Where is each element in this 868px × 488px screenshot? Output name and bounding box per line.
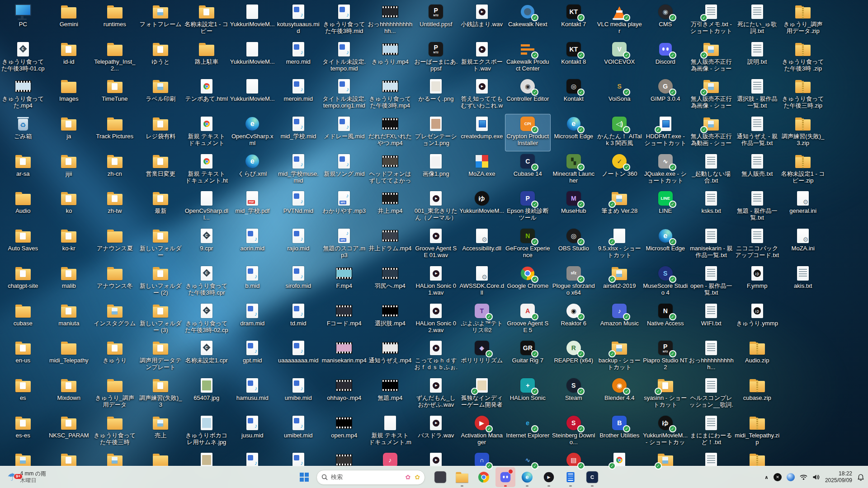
desktop-icon[interactable]: ✓無人販売不正行為画像 - ショートカッ...	[689, 39, 735, 77]
desktop-icon[interactable]: maniuta	[46, 301, 92, 338]
desktop-icon[interactable]: +✓HALion Sonic	[505, 375, 551, 413]
desktop-icon[interactable]: A✓Groove Agent SE 5	[505, 301, 551, 338]
desktop-icon[interactable]: ja	[46, 114, 92, 151]
desktop-icon[interactable]: きゅうり食ってた午後3時-02.cpr	[184, 301, 230, 338]
desktop-icon[interactable]: aorin.mid	[230, 226, 276, 263]
desktop-icon[interactable]: YukkuriMovieM...	[230, 76, 276, 114]
desktop-icon[interactable]: kotusytuaaus.mid	[275, 2, 321, 39]
weather-widget[interactable]: ☂ 9+ 4 mm の雨 木曜日	[3, 466, 51, 488]
desktop-icon[interactable]: YukkuriMovieM...	[230, 2, 276, 39]
desktop-icon[interactable]: ar-sa	[0, 151, 46, 189]
desktop-icon[interactable]: sfz✓Plogue sforzando x64	[551, 263, 597, 301]
desktop-icon[interactable]: GR✓Guitar Rig 7	[505, 338, 551, 375]
desktop-icon[interactable]: es-es	[0, 413, 46, 450]
desktop-icon[interactable]: ずんだもん_しおかぜふ.wav	[413, 375, 459, 413]
desktop-icon[interactable]: hamusu.mid	[230, 375, 276, 413]
desktop-icon[interactable]: umibet.mid	[275, 413, 321, 450]
desktop-icon[interactable]: 新しいフォルダー	[138, 226, 184, 263]
desktop-icon[interactable]: T✓ぷよぷよ™テトリス®2	[459, 301, 505, 338]
taskbar-google-chrome[interactable]	[474, 467, 494, 487]
desktop-icon[interactable]: ラベル印刷	[138, 76, 184, 114]
desktop-icon[interactable]: HALion Sonic 01.wav	[413, 263, 459, 301]
desktop-icon[interactable]: きゅうり_調声用データ.zip	[780, 2, 826, 39]
desktop-icon[interactable]: アナウンス冬	[92, 263, 138, 301]
desktop-icon[interactable]: 名称未設定1 - コピー	[184, 2, 230, 39]
desktop-icon[interactable]: フォトフレーム	[138, 2, 184, 39]
desktop-icon[interactable]: AWSSDK.Core.dll	[459, 263, 505, 301]
desktop-icon[interactable]: uaaaaaaaa.mid	[275, 338, 321, 375]
desktop-icon[interactable]: 無人販売.txt	[734, 151, 780, 189]
desktop-icon[interactable]: だれだFXいれたやつ.mp4	[367, 114, 413, 151]
desktop-icon[interactable]: ヘルスコンプレッション__歌詞.txt	[689, 375, 735, 413]
desktop-icon[interactable]: きゅうり食ってた.mp4	[0, 76, 46, 114]
desktop-icon[interactable]: PNT2Untitled.ppsf	[413, 2, 459, 39]
desktop-icon[interactable]: おっhhhhhhhhhhhh...	[367, 2, 413, 39]
desktop-icon[interactable]: ▚✓Minecraft Launcher	[551, 151, 597, 189]
desktop-icon[interactable]: バスドラ.wav	[413, 413, 459, 450]
desktop-icon[interactable]: Accessibility.dll	[459, 226, 505, 263]
desktop-icon[interactable]: id-id	[46, 39, 92, 77]
desktop-icon[interactable]: ✓backup - ショートカット	[597, 338, 643, 375]
desktop-icon[interactable]: zh-cn	[92, 151, 138, 189]
desktop-icon[interactable]: S✓VoiSona	[597, 76, 643, 114]
desktop-icon[interactable]: N✓GeForce Experience	[505, 226, 551, 263]
taskbar-discord[interactable]	[495, 467, 515, 487]
desktop-icon[interactable]: Groove Agent SE 01.wav	[413, 226, 459, 263]
desktop-icon[interactable]: きゅうり食ってた午後3時.cpr	[184, 263, 230, 301]
desktop-icon[interactable]: manisekarin.mp4	[321, 338, 368, 375]
desktop-icon[interactable]: Audio.zip	[734, 338, 780, 375]
desktop-icon[interactable]: 新規エクスポート.wav	[459, 39, 505, 77]
desktop-icon[interactable]: CPI✓Crypton Product Installer	[505, 114, 551, 151]
desktop-icon[interactable]: 新規ソング.mid	[321, 151, 368, 189]
desktop-icon[interactable]: ◉✓CMS	[642, 2, 689, 39]
desktop-icon[interactable]: 名称未設定1.cpr	[184, 338, 230, 375]
desktop-icon[interactable]: ◎✓OBS Studio	[551, 226, 597, 263]
desktop-icon[interactable]: ✓HDDFMT.exe - ショートカット	[642, 114, 689, 151]
desktop-icon[interactable]: ✓Microsoft Edge	[642, 226, 689, 263]
desktop-icon[interactable]: ♻ごみ箱	[0, 114, 46, 151]
desktop-icon[interactable]: 調声練習(失敗)_3	[138, 375, 184, 413]
desktop-icon[interactable]: open - 親作品一覧.txt	[689, 263, 735, 301]
desktop-icon[interactable]: 選択肢 - 親作品一覧.txt	[734, 76, 780, 114]
desktop-icon[interactable]: ♪✓Amazon Music	[597, 301, 643, 338]
desktop-icon[interactable]: 名称未設定1 - コピー.zip	[780, 151, 826, 189]
desktop-icon[interactable]: F.mp4	[321, 263, 368, 301]
desktop-icon[interactable]: NKSC_PARAM	[46, 413, 92, 450]
desktop-icon[interactable]: ◁)✓かんたん！ AITalk 3 関西風	[597, 114, 643, 151]
desktop-icon[interactable]: ◉✓Reaktor 6	[551, 301, 597, 338]
desktop-icon[interactable]: まにまにわーるど！.txt	[689, 413, 735, 450]
desktop-icon[interactable]: dram.mid	[230, 301, 276, 338]
desktop-icon[interactable]: タイトル未設定.tempo.orig1.mid	[321, 76, 368, 114]
desktop-icon[interactable]: 調声用データテンプレート	[138, 338, 184, 375]
taskbar-pinned-dark-app[interactable]	[430, 467, 450, 487]
desktop-icon[interactable]: ▶✓Activation Manager	[459, 413, 505, 450]
taskbar-file-explorer[interactable]	[452, 467, 472, 487]
desktop-icon[interactable]: きゅうり食ってた午後3時.mp4	[367, 76, 413, 114]
desktop-icon[interactable]: YukkuriMovieM...	[230, 39, 276, 77]
desktop-icon[interactable]: きゅうり食ってた午後3時.mid	[321, 2, 368, 39]
volume-icon[interactable]	[812, 474, 820, 480]
desktop-icon[interactable]: ✓airset2-2019	[597, 263, 643, 301]
desktop-icon[interactable]: Audio	[0, 188, 46, 226]
desktop-icon[interactable]: 無題 - 親作品一覧.txt	[734, 188, 780, 226]
desktop-icon[interactable]: ✓VLC media player	[597, 2, 643, 39]
desktop-icon[interactable]: MoZA.exe	[459, 151, 505, 189]
desktop-icon[interactable]: jijii	[46, 151, 92, 189]
desktop-icon[interactable]: きゅうりボカコレ用サムネ.jpg	[184, 413, 230, 450]
desktop-icon[interactable]: 羽尻へ.mp4	[367, 263, 413, 301]
desktop-icon[interactable]: 無題.mp4	[367, 375, 413, 413]
desktop-icon[interactable]: PC	[0, 2, 46, 39]
desktop-icon[interactable]: KT✓Kontakt 8	[551, 39, 597, 77]
desktop-icon[interactable]: _起動しない場合.txt	[689, 151, 735, 189]
taskbar-clock[interactable]: 18:22 2025/09/09	[825, 470, 852, 484]
desktop-icon[interactable]: プレゼンテーション1.png	[413, 114, 459, 151]
desktop-icon[interactable]: ∿✓JQuake.exe - ショートカット	[642, 151, 689, 189]
desktop-icon[interactable]: 調声練習(失敗)_3.zip	[780, 114, 826, 151]
desktop-icon[interactable]: 説明.txt	[734, 39, 780, 77]
desktop-icon[interactable]: 9.cpr	[184, 226, 230, 263]
desktop-icon[interactable]: ゆ✓YukkuriMovieM... - ショートカット	[642, 413, 689, 450]
desktop-icon[interactable]: zh-tw	[92, 188, 138, 226]
desktop-icon[interactable]: Gemini	[46, 2, 92, 39]
desktop-icon[interactable]: ✓9.5.xlsx - ショートカット	[597, 226, 643, 263]
desktop-icon[interactable]: rajio.mid	[275, 226, 321, 263]
